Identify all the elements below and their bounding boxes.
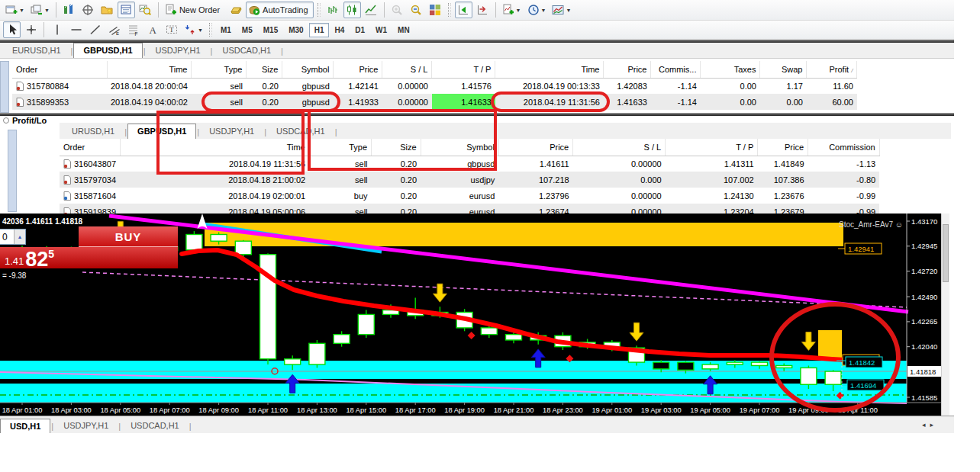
panel-splitter[interactable] — [0, 113, 954, 116]
column-header[interactable]: Type — [309, 139, 371, 156]
tab-scroll-left-icon[interactable]: ◂ — [922, 421, 930, 429]
templates-button[interactable]: ▼ — [550, 2, 573, 18]
market-watch-button[interactable] — [60, 2, 78, 18]
column-header[interactable]: Symbol — [282, 61, 334, 78]
periods-button[interactable]: ▼ — [525, 2, 549, 18]
vertical-line-button[interactable] — [48, 21, 66, 38]
crosshair-button[interactable] — [22, 21, 40, 38]
timeframe-m30-button[interactable]: M30 — [283, 23, 308, 37]
column-header[interactable]: Time — [120, 139, 309, 156]
timeframe-m1-button[interactable]: M1 — [215, 23, 237, 37]
timeframe-m5-button[interactable]: M5 — [237, 23, 258, 37]
column-header[interactable]: Price — [334, 61, 382, 78]
column-header[interactable]: Time — [107, 61, 192, 78]
collapse-icon[interactable] — [3, 117, 9, 124]
column-header[interactable]: Size — [247, 61, 282, 78]
window-tab-usdcad-h1[interactable]: USDCAD,H1 — [121, 419, 189, 433]
tab-gbpusd-h1[interactable]: GBPUSD,H1 — [73, 43, 142, 58]
new-chart-button[interactable]: ▼ — [3, 2, 27, 18]
column-header[interactable]: Size — [372, 139, 421, 156]
column-header[interactable]: Commis... — [651, 61, 701, 78]
window-tab-usdjpy-h1[interactable]: USDJPY,H1 — [54, 419, 118, 433]
autotrading-button[interactable]: AutoTrading — [246, 2, 314, 18]
column-header[interactable]: S / L — [382, 61, 432, 78]
candlestick-chart-button[interactable] — [343, 2, 361, 18]
history-tab-usdcad-h1[interactable]: USDCAD,H1 — [267, 124, 334, 139]
chevron-down-icon[interactable]: ▼ — [44, 8, 50, 13]
timeframe-w1-button[interactable]: W1 — [370, 23, 392, 37]
lot-size-value[interactable]: 0 — [0, 232, 14, 242]
new-order-button[interactable]: New Order — [163, 2, 225, 18]
chevron-down-icon[interactable]: ▼ — [541, 8, 546, 13]
table-row[interactable]: 3157970342018.04.18 21:00:02sell0.20usdj… — [60, 172, 951, 188]
buy-button[interactable]: BUY — [79, 226, 178, 247]
column-header[interactable]: Time — [495, 61, 604, 78]
trendline-button[interactable] — [86, 21, 104, 38]
tab-eurusd-h1[interactable]: EURUSD,H1 — [3, 43, 70, 58]
column-header[interactable]: S / L — [573, 139, 666, 156]
history-tab-usdjpy-h1[interactable]: USDJPY,H1 — [200, 124, 263, 139]
table-row[interactable]: 3158716042018.04.19 02:00:01buy0.20eurus… — [60, 188, 951, 204]
column-header[interactable]: Symbol — [421, 139, 498, 156]
column-header[interactable]: Commission — [808, 139, 880, 156]
data-window-button[interactable] — [79, 2, 97, 18]
toolbar-drag-handle[interactable] — [448, 3, 451, 17]
timeframe-h1-button[interactable]: H1 — [309, 23, 330, 37]
arrows-tool-button[interactable]: ▼ — [182, 21, 205, 38]
indicators-button[interactable]: ▼ — [500, 2, 524, 18]
window-tab-usd-h1[interactable]: USD,H1 — [0, 419, 50, 433]
column-header[interactable]: Price — [498, 139, 572, 156]
toolbar-drag-handle[interactable] — [318, 3, 321, 17]
chart-shift-button[interactable] — [474, 2, 492, 18]
tab-usdcad-h1[interactable]: USDCAD,H1 — [213, 43, 280, 58]
chart-vertical-scrollbar[interactable] — [941, 214, 949, 416]
equidistant-channel-button[interactable]: E — [105, 21, 123, 38]
tab-usdjpy-h1[interactable]: USDJPY,H1 — [146, 43, 209, 58]
column-header[interactable]: Swap — [760, 61, 807, 78]
chevron-down-icon[interactable]: ▼ — [566, 8, 571, 13]
auto-scroll-button[interactable] — [455, 2, 472, 18]
timeframe-h4-button[interactable]: H4 — [329, 23, 350, 37]
table-row[interactable]: 3158993532018.04.19 04:00:02sell0.20gbpu… — [12, 94, 941, 110]
table-row[interactable]: 3157808842018.04.18 20:00:04sell0.20gbpu… — [12, 78, 941, 94]
horizontal-line-button[interactable] — [67, 21, 85, 38]
column-header[interactable]: Taxes — [701, 61, 760, 78]
bar-chart-button[interactable] — [324, 2, 342, 18]
toolbar-drag-handle[interactable] — [209, 23, 212, 37]
scrollbar-thumb[interactable] — [943, 224, 949, 282]
text-button[interactable]: A — [143, 21, 161, 38]
tab-scroll-buttons[interactable]: ◂▸ — [922, 421, 938, 429]
column-header[interactable]: Profit / — [807, 61, 857, 78]
zoom-in-button[interactable] — [388, 2, 406, 18]
column-header[interactable]: Price — [758, 139, 808, 156]
column-header[interactable]: Price — [604, 61, 651, 78]
history-panel-left-strip[interactable] — [8, 130, 17, 212]
metaeditor-button[interactable] — [227, 2, 244, 18]
zoom-out-button[interactable] — [408, 2, 425, 18]
column-header[interactable]: Order — [60, 139, 120, 156]
timeframe-d1-button[interactable]: D1 — [350, 23, 370, 37]
history-tab-urusd-h1[interactable]: URUSD,H1 — [63, 124, 124, 139]
chevron-down-icon[interactable]: ▼ — [516, 8, 521, 13]
timeframe-m15-button[interactable]: M15 — [258, 23, 283, 37]
tile-windows-button[interactable] — [427, 2, 444, 18]
table-row[interactable]: 3160438072018.04.19 11:31:56sell0.20gbpu… — [60, 156, 951, 172]
text-label-button[interactable]: T — [163, 21, 180, 38]
terminal-button[interactable] — [118, 2, 135, 18]
cursor-button[interactable] — [3, 21, 21, 38]
column-header[interactable]: Type — [192, 61, 247, 78]
lot-size-stepper[interactable]: 0 ▲ — [0, 229, 26, 245]
chevron-down-icon[interactable]: ▼ — [198, 27, 203, 33]
fibonacci-button[interactable]: F — [124, 21, 142, 38]
column-header[interactable]: T / P — [432, 61, 495, 78]
chevron-down-icon[interactable]: ▼ — [19, 8, 24, 13]
column-header[interactable]: T / P — [666, 139, 758, 156]
timeframe-mn-button[interactable]: MN — [392, 23, 415, 37]
line-chart-button[interactable] — [363, 2, 380, 18]
strategy-tester-button[interactable] — [137, 2, 154, 18]
navigator-button[interactable] — [98, 2, 116, 18]
tab-scroll-right-icon[interactable]: ▸ — [930, 421, 939, 429]
profiles-button[interactable]: ▼ — [28, 2, 52, 18]
lot-up-button[interactable]: ▲ — [14, 230, 25, 244]
column-header[interactable]: Order — [12, 61, 107, 78]
